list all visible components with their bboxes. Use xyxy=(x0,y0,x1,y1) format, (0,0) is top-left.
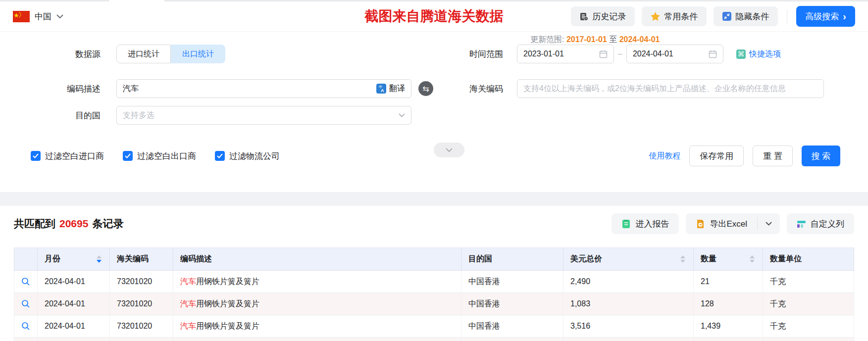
date-start-input[interactable] xyxy=(523,49,599,58)
header-hs-code: 海关编码 xyxy=(110,248,173,271)
hide-conditions-button[interactable]: 隐藏条件 xyxy=(714,6,778,26)
cell-usd: 2,490 xyxy=(563,271,694,293)
cell-destination: 中国香港 xyxy=(461,293,563,315)
time-range-label: 时间范围 xyxy=(451,49,503,60)
advanced-search-label: 高级搜索 xyxy=(805,11,839,22)
cell-hs-code: 73201020 xyxy=(110,271,173,293)
favorites-label: 常用条件 xyxy=(664,11,698,22)
sort-carets-icon[interactable] xyxy=(97,255,103,263)
hs-code-input[interactable] xyxy=(523,84,817,93)
filter-logistics-checkbox[interactable]: 过滤物流公司 xyxy=(215,150,280,162)
table-row: 2024-04-01 73201020 汽车用钢铁片簧及簧片 印度 644 26… xyxy=(14,338,854,341)
update-range: 更新范围: 2017-01-01 至 2024-04-01 xyxy=(530,35,660,45)
chevron-down-icon xyxy=(56,14,63,19)
checkbox-label: 过滤物流公司 xyxy=(229,150,280,162)
header-quantity-unit: 数量单位 xyxy=(763,248,854,271)
reset-button[interactable]: 重 置 xyxy=(753,146,793,166)
header-quantity[interactable]: 数量 xyxy=(694,248,763,271)
cell-description: 汽车用钢铁片簧及簧片 xyxy=(173,293,461,315)
header-usd-total[interactable]: 美元总价 xyxy=(563,248,694,271)
tab-export-stats[interactable]: 出口统计 xyxy=(171,45,225,63)
results-table: 月份 海关编码 编码描述 目的国 美元总价 数量 数量单位 xyxy=(14,247,854,341)
row-detail-button[interactable] xyxy=(14,293,38,315)
translate-button[interactable]: 中 A 翻译 xyxy=(376,84,405,94)
cell-month: 2024-04-01 xyxy=(38,271,110,293)
dest-select[interactable]: 支持多选 xyxy=(116,106,411,125)
cell-quantity: 260 xyxy=(694,338,763,341)
cell-usd: 3,516 xyxy=(563,315,694,338)
enter-report-button[interactable]: 进入报告 xyxy=(612,213,679,234)
header-destination: 目的国 xyxy=(461,248,563,271)
hide-conditions-label: 隐藏条件 xyxy=(735,11,769,22)
tab-import-stats[interactable]: 进口统计 xyxy=(116,45,171,63)
search-button[interactable]: 搜 索 xyxy=(802,146,840,166)
favorites-button[interactable]: 常用条件 xyxy=(642,6,707,26)
update-range-label: 更新范围: xyxy=(530,35,564,44)
cell-quantity: 1,439 xyxy=(694,315,763,338)
row-detail-button[interactable] xyxy=(14,338,38,341)
section-divider-band xyxy=(0,192,868,206)
cell-hs-code: 73201020 xyxy=(110,293,173,315)
calendar-icon[interactable] xyxy=(709,50,717,58)
export-excel-button[interactable]: 导出Excel xyxy=(686,213,757,234)
customize-columns-label: 自定义列 xyxy=(811,218,844,230)
country-selector[interactable]: 中国 xyxy=(13,11,63,22)
filter-blank-importer-checkbox[interactable]: 过滤空白进口商 xyxy=(31,150,104,162)
save-conditions-button[interactable]: 保存常用 xyxy=(689,146,744,166)
translate-label: 翻译 xyxy=(389,84,405,94)
tutorial-link[interactable]: 使用教程 xyxy=(649,151,680,161)
date-start-box xyxy=(517,45,614,63)
match-summary: 共匹配到 20695 条记录 xyxy=(14,217,123,231)
filter-blank-exporter-checkbox[interactable]: 过滤空白出口商 xyxy=(123,150,196,162)
date-separator: – xyxy=(618,49,622,58)
sort-carets-icon[interactable] xyxy=(750,255,757,263)
checkbox-checked-icon xyxy=(31,151,41,161)
quick-options-label: 快捷选项 xyxy=(749,49,781,59)
svg-text:A: A xyxy=(381,88,384,93)
country-label: 中国 xyxy=(35,11,51,22)
search-form-panel: 更新范围: 2017-01-01 至 2024-04-01 数据源 进口统计 出… xyxy=(0,32,868,179)
excel-icon xyxy=(696,219,705,229)
quick-options-button[interactable]: ⌘ 快捷选项 xyxy=(736,49,781,59)
command-icon: ⌘ xyxy=(736,49,746,59)
desc-input[interactable] xyxy=(123,84,376,93)
watermark-text: 截图来自腾道海关数据 xyxy=(365,7,504,26)
datasource-tabs: 进口统计 出口统计 xyxy=(116,45,225,63)
history-button[interactable]: 历史记录 xyxy=(571,6,635,26)
cell-month: 2024-04-01 xyxy=(38,315,110,338)
swap-icon[interactable]: ⇆ xyxy=(418,81,433,96)
row-detail-button[interactable] xyxy=(14,315,38,338)
export-options-caret[interactable] xyxy=(758,213,780,234)
desc-inputbox: 中 A 翻译 xyxy=(116,79,411,98)
date-end-input[interactable] xyxy=(633,49,709,58)
cell-hs-code: 73201020 xyxy=(110,315,173,338)
dest-placeholder: 支持多选 xyxy=(123,110,154,121)
collapse-form-button[interactable] xyxy=(434,143,464,157)
checkbox-label: 过滤空白进口商 xyxy=(45,150,104,162)
header-month[interactable]: 月份 xyxy=(38,248,110,271)
dest-label: 目的国 xyxy=(15,110,101,121)
results-panel: 共匹配到 20695 条记录 进入报告 导出E xyxy=(0,213,868,341)
header-action-col xyxy=(14,248,38,271)
cell-description: 汽车用钢铁片簧及簧片 xyxy=(173,315,461,338)
report-icon xyxy=(621,219,631,229)
cell-unit: 千克 xyxy=(763,293,854,315)
customize-columns-button[interactable]: 自定义列 xyxy=(787,213,854,234)
sort-carets-icon[interactable] xyxy=(680,255,687,263)
row-detail-button[interactable] xyxy=(14,271,38,293)
cell-description: 汽车用钢铁片簧及簧片 xyxy=(173,338,461,341)
cell-quantity: 128 xyxy=(694,293,763,315)
checkbox-label: 过滤空白出口商 xyxy=(137,150,196,162)
cell-usd: 644 xyxy=(563,338,694,341)
update-range-to: 2024-04-01 xyxy=(619,35,660,44)
calendar-icon[interactable] xyxy=(599,50,608,58)
checkbox-checked-icon xyxy=(123,151,133,161)
topbar: 中国 截图来自腾道海关数据 历史记录 常用条件 xyxy=(0,1,868,32)
advanced-search-button[interactable]: 高级搜索 › xyxy=(796,6,855,27)
chevron-right-icon: › xyxy=(843,11,846,21)
history-icon xyxy=(580,12,588,21)
star-icon xyxy=(651,12,660,21)
columns-icon xyxy=(797,219,806,229)
collapse-icon xyxy=(722,12,731,21)
update-range-from: 2017-01-01 xyxy=(566,35,607,44)
